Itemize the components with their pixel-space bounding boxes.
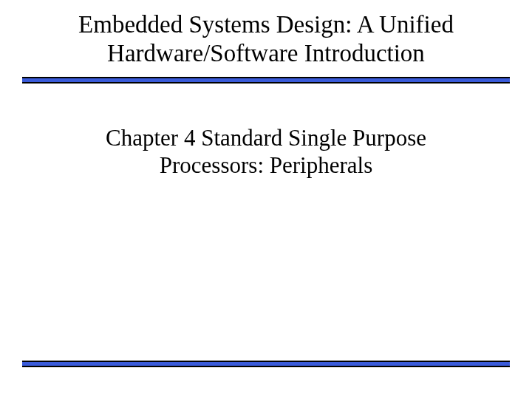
subtitle-line-1: Chapter 4 Standard Single Purpose: [106, 125, 426, 151]
slide-title: Embedded Systems Design: A Unified Hardw…: [0, 10, 532, 68]
bottom-divider: [22, 361, 510, 367]
title-line-1: Embedded Systems Design: A Unified: [78, 11, 454, 38]
subtitle-line-2: Processors: Peripherals: [160, 152, 372, 178]
top-divider: [22, 77, 510, 83]
title-line-2: Hardware/Software Introduction: [107, 40, 425, 66]
slide: Embedded Systems Design: A Unified Hardw…: [0, 0, 532, 399]
slide-subtitle: Chapter 4 Standard Single Purpose Proces…: [0, 124, 532, 179]
